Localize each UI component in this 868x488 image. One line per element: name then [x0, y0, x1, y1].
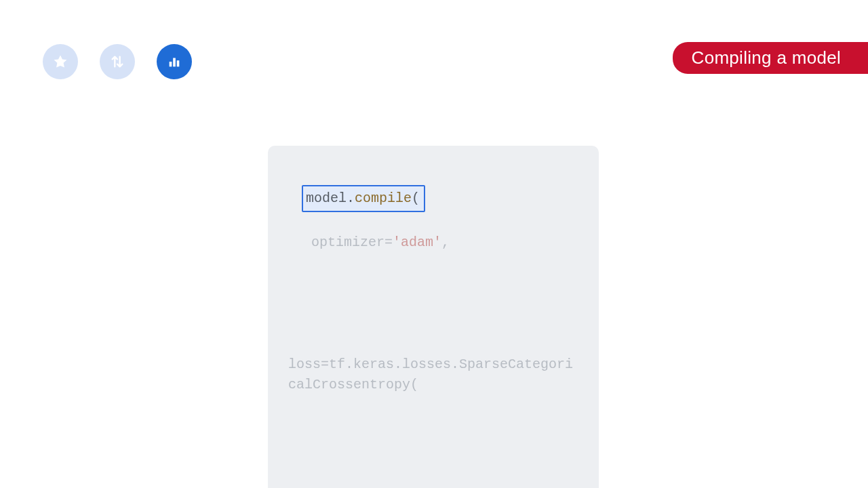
- svg-rect-1: [173, 58, 176, 67]
- code-string: adam: [401, 235, 433, 250]
- code-blank-line: [288, 436, 578, 456]
- section-title-pill: Compiling a model: [673, 42, 868, 74]
- code-token-object: model: [306, 190, 347, 206]
- star-icon: [43, 44, 78, 79]
- svg-rect-2: [177, 60, 180, 66]
- code-token-method: compile: [355, 190, 412, 206]
- code-line-loss: loss=tf.keras.losses.SparseCategoricalCr…: [288, 354, 578, 395]
- step-icon-row: [43, 44, 192, 79]
- code-text: optimizer=: [311, 235, 393, 250]
- code-highlight-model-compile: model.compile(: [302, 185, 425, 212]
- code-token-paren: (: [412, 190, 420, 206]
- svg-rect-0: [170, 62, 172, 66]
- code-text: ': [433, 235, 441, 250]
- code-line-optimizer: optimizer='adam',: [288, 232, 578, 253]
- code-snippet-card: model.compile( optimizer='adam', loss=tf…: [268, 146, 599, 488]
- code-token-dot: .: [347, 190, 355, 206]
- bar-chart-icon: [157, 44, 192, 79]
- sort-icon: [100, 44, 135, 79]
- code-text: ': [393, 235, 401, 250]
- code-text: ,: [441, 235, 450, 250]
- code-blank-line: [288, 293, 578, 314]
